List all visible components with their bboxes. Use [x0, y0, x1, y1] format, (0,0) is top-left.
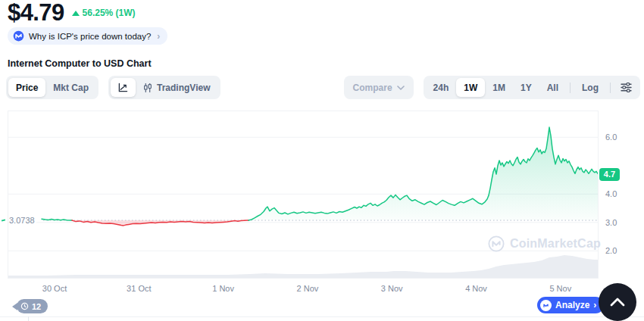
line-chart-icon — [118, 83, 128, 92]
clock-icon — [20, 302, 29, 310]
why-price-down-pill[interactable]: Why is ICP's price down today? › — [8, 27, 167, 45]
coinmarketcap-logo-icon — [13, 30, 24, 42]
toolbar-divider — [610, 83, 611, 93]
history-count: 12 — [32, 302, 41, 311]
watermark: CoinMarketCap — [488, 235, 601, 252]
range-24h[interactable]: 24h — [426, 78, 457, 97]
chart-heading: Internet Computer to USD Chart — [8, 58, 152, 69]
line-chart-type-button[interactable] — [111, 78, 136, 97]
scroll-to-top-button[interactable] — [599, 283, 636, 321]
chart-type-toggle: TradingView — [108, 76, 220, 99]
range-1y[interactable]: 1Y — [513, 78, 539, 97]
x-tick-label: 5 Nov — [549, 284, 571, 293]
y-tick-label: 2.0 — [605, 246, 636, 255]
x-tick-label: 1 Nov — [212, 284, 234, 293]
range-all[interactable]: All — [539, 78, 566, 97]
y-tick-label: 4.0 — [605, 189, 636, 198]
x-tick-label: 30 Oct — [42, 284, 67, 293]
chart-toolbar: Price Mkt Cap TradingView — [6, 76, 640, 99]
compare-label: Compare — [353, 83, 392, 93]
chevron-down-icon — [397, 86, 405, 90]
x-tick-label: 2 Nov — [297, 284, 319, 293]
baseline-price-label: 3.0738 — [9, 216, 36, 225]
price-header: $4.79 56.25% (1W) — [8, 0, 136, 26]
tradingview-label: TradingView — [157, 83, 210, 93]
x-tick-label: 4 Nov — [465, 284, 487, 293]
price-mktcap-toggle: Price Mkt Cap — [6, 76, 98, 99]
tab-price[interactable]: Price — [8, 78, 45, 97]
price-change-text: 56.25% (1W) — [83, 8, 136, 18]
baseline-tick-icon — [2, 219, 5, 221]
up-triangle-icon — [72, 11, 80, 16]
current-price: $4.79 — [8, 0, 64, 26]
x-tick-label: 31 Oct — [127, 284, 151, 293]
chart-settings-button[interactable] — [614, 78, 638, 97]
log-scale-button[interactable]: Log — [574, 78, 606, 97]
price-chart-canvas[interactable] — [8, 111, 599, 279]
history-count-badge[interactable]: 12 — [17, 299, 48, 313]
watermark-text: CoinMarketCap — [510, 237, 601, 251]
compare-button[interactable]: Compare — [344, 76, 414, 99]
x-tick-label: 3 Nov — [381, 284, 403, 293]
why-pill-label: Why is ICP's price down today? — [29, 32, 151, 41]
analyze-button[interactable]: Analyze › — [537, 297, 604, 313]
current-price-badge: 4.7 — [599, 168, 620, 181]
coinmarketcap-watermark-icon — [488, 235, 505, 252]
y-tick-label: 3.0 — [605, 218, 636, 227]
range-1w[interactable]: 1W — [456, 78, 485, 97]
chevron-right-icon: › — [157, 31, 160, 42]
divider-tick — [28, 316, 29, 321]
sliders-icon — [621, 83, 632, 92]
range-group: 24h1W1M1YAll — [426, 78, 566, 97]
range-toolbar: 24h1W1M1YAll Log — [424, 76, 640, 99]
icp-price-chart-page: $4.79 56.25% (1W) Why is ICP's price dow… — [0, 0, 644, 321]
y-tick-label: 6.0 — [605, 132, 636, 142]
tab-mkt-cap[interactable]: Mkt Cap — [45, 78, 96, 97]
analyze-label: Analyze — [555, 300, 589, 310]
chevron-right-icon: › — [593, 300, 596, 310]
price-change: 56.25% (1W) — [72, 8, 136, 18]
range-1m[interactable]: 1M — [485, 78, 513, 97]
toolbar-divider — [570, 83, 571, 93]
coinmarketcap-logo-icon — [540, 300, 552, 311]
tradingview-chart-type-button[interactable]: TradingView — [136, 78, 217, 97]
section-divider — [0, 316, 644, 317]
candlestick-icon — [143, 83, 152, 93]
chevron-up-icon — [610, 298, 625, 307]
